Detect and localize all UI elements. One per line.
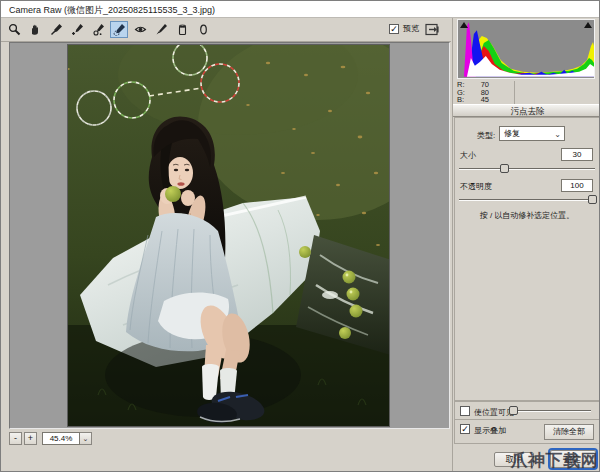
clear-all-button[interactable]: 清除全部 xyxy=(544,424,594,440)
adjustment-brush-tool-button[interactable] xyxy=(152,21,170,38)
brush-icon xyxy=(155,23,168,36)
hand-tool-button[interactable] xyxy=(26,21,44,38)
spot-removal-tool-button[interactable] xyxy=(110,21,128,38)
fullscreen-toggle-button[interactable] xyxy=(425,22,440,37)
trash-tool-button[interactable] xyxy=(173,21,191,38)
show-overlay-label: 显示叠加 xyxy=(474,425,506,436)
preview-toggle[interactable]: ✓ 预览 xyxy=(389,23,419,34)
red-eye-tool-button[interactable] xyxy=(131,21,149,38)
white-balance-tool-button[interactable] xyxy=(47,21,65,38)
spot-removal-panel: 类型: 修复 ⌄ 大小 30 不透明度 100 按 xyxy=(454,117,600,401)
type-label: 类型: xyxy=(477,130,495,141)
ok-button[interactable]: 确定 xyxy=(550,450,596,468)
size-slider-thumb[interactable] xyxy=(500,164,509,173)
b-value: 45 xyxy=(467,96,489,104)
panel-title: 污点去除 xyxy=(453,104,600,117)
show-overlay-checkbox[interactable]: ✓ xyxy=(460,424,470,434)
adjustment-panel: R:70 G:80 B:45 污点去除 类型: 修复 ⌄ 大小 30 xyxy=(452,18,600,472)
visible-locations-slider[interactable] xyxy=(511,407,591,415)
histogram-plot xyxy=(458,19,594,78)
red-eye-icon xyxy=(134,23,147,36)
targeted-adjustment-tool-button[interactable] xyxy=(89,21,107,38)
title-bar[interactable]: Camera Raw (微信图片_20250825115535_3_3.jpg) xyxy=(1,1,599,18)
opacity-slider-thumb[interactable] xyxy=(588,195,597,204)
auto-heal-hint: 按 / 以自动修补选定位置。 xyxy=(455,210,599,221)
highlight-clipping-indicator[interactable] xyxy=(584,22,592,28)
slider-track xyxy=(459,168,595,170)
histogram xyxy=(457,19,595,79)
type-value: 修复 xyxy=(504,129,520,138)
tool-group xyxy=(5,21,212,38)
show-overlay-row: ✓ 显示叠加 清除全部 xyxy=(454,419,600,444)
zoom-out-button[interactable]: - xyxy=(9,432,22,445)
fullscreen-icon xyxy=(425,22,440,37)
size-label: 大小 xyxy=(460,150,476,161)
opacity-label: 不透明度 xyxy=(460,181,492,192)
zoom-controls: - + 45.4% ⌄ xyxy=(9,431,92,445)
eyedropper-plus-icon xyxy=(71,23,84,36)
zoom-tool-button[interactable] xyxy=(5,21,23,38)
zoom-level-value[interactable]: 45.4% xyxy=(42,432,80,445)
b-label: B: xyxy=(457,96,467,104)
eyedropper-dot-icon xyxy=(92,23,105,36)
zoom-level-combo[interactable]: 45.4% ⌄ xyxy=(42,432,92,445)
photo-scene xyxy=(68,45,390,427)
preview-label: 预览 xyxy=(403,23,419,34)
apple-in-hand xyxy=(165,186,181,202)
hand-icon xyxy=(29,23,42,36)
zoom-in-button[interactable]: + xyxy=(24,432,37,445)
toolbar: ✓ 预览 xyxy=(1,18,451,42)
photo-canvas[interactable] xyxy=(67,44,390,427)
trash-icon xyxy=(176,23,189,36)
color-sampler-tool-button[interactable] xyxy=(68,21,86,38)
rotate-tool-button[interactable] xyxy=(194,21,212,38)
shadow-clipping-indicator[interactable] xyxy=(460,22,468,28)
chevron-down-icon: ⌄ xyxy=(554,128,561,141)
slider-track xyxy=(511,410,591,412)
visible-locations-row: 使位置可见 xyxy=(454,401,600,420)
rotate-icon xyxy=(197,23,210,36)
chevron-down-icon[interactable]: ⌄ xyxy=(80,432,92,445)
visible-slider-thumb[interactable] xyxy=(509,406,518,415)
eyedropper-icon xyxy=(50,23,63,36)
visible-locations-checkbox[interactable] xyxy=(460,406,470,416)
window-title: Camera Raw (微信图片_20250825115535_3_3.jpg) xyxy=(9,4,215,17)
opacity-slider[interactable] xyxy=(459,196,595,204)
rgb-readout: R:70 G:80 B:45 xyxy=(457,81,597,104)
preview-checkbox[interactable]: ✓ xyxy=(389,24,399,34)
camera-raw-dialog: Camera Raw (微信图片_20250825115535_3_3.jpg)… xyxy=(0,0,600,472)
opacity-input[interactable]: 100 xyxy=(561,179,593,192)
size-slider[interactable] xyxy=(459,165,595,173)
image-preview-area[interactable] xyxy=(9,42,450,429)
type-dropdown[interactable]: 修复 ⌄ xyxy=(499,126,565,141)
healing-brush-icon xyxy=(113,23,126,36)
cancel-button[interactable]: 取消 xyxy=(494,452,534,467)
slider-track xyxy=(459,199,595,201)
size-input[interactable]: 30 xyxy=(561,148,593,161)
divider xyxy=(514,81,515,104)
magnifier-icon xyxy=(8,23,21,36)
